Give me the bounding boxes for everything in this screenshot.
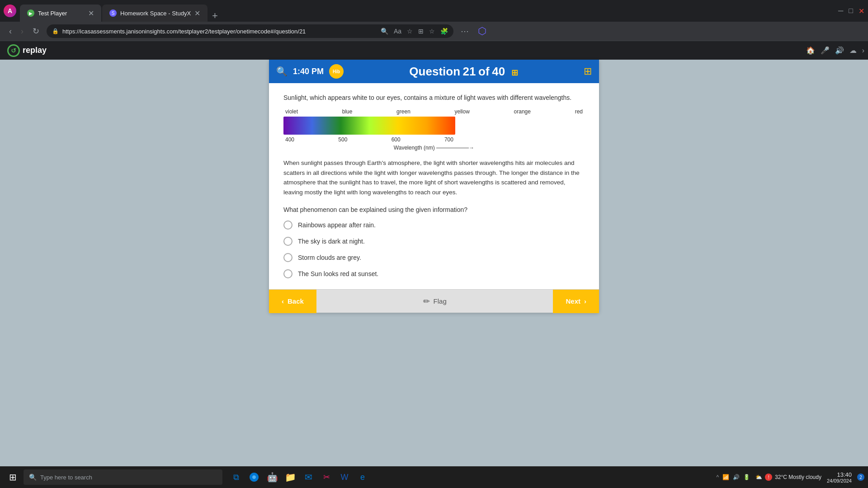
back-chevron-icon: ‹ [282,297,284,305]
option-b-text: The sky is dark at night. [298,238,365,245]
favorites-bar-icon[interactable]: ☆ [429,28,435,35]
browser-profile: A [4,5,16,17]
taskbar-search-icon: 🔍 [29,474,37,481]
label-violet: violet [285,108,298,115]
label-blue: blue [342,108,353,115]
question-label: Question [409,65,460,78]
replay-label: replay [23,46,47,55]
close-button[interactable]: ✕ [859,7,864,15]
label-red: red [575,108,583,115]
radio-b[interactable] [283,237,292,246]
of-label: of [478,65,490,78]
volume-icon[interactable]: 🔊 [733,474,740,480]
replay-circle-icon: ↺ [7,44,20,57]
header-right-icon[interactable]: ⊞ [584,66,592,77]
grid-icon[interactable]: ⊞ [584,66,592,77]
label-orange: orange [514,108,531,115]
toolbar-right-icons: 🏠 🎤 🔊 ☁ › [806,46,864,55]
time-date-display[interactable]: 13:40 24/09/2024 [827,471,852,483]
tray-expand-icon[interactable]: ^ [716,474,719,480]
tab-close-2[interactable]: ✕ [194,9,200,18]
toolbar-row: ↺ replay 🏠 🎤 🔊 ☁ › [0,41,868,60]
question-panel: 🔍 1:40 PM Hib Question 21 of 40 ⊞ ⊞ Sunl… [269,60,599,313]
radio-d[interactable] [283,269,292,278]
nm-600: 600 [392,136,401,143]
next-label: Next [566,297,580,305]
edge-profile-icon[interactable]: ⬡ [476,23,488,39]
maximize-button[interactable]: □ [849,7,853,15]
back-button[interactable]: ‹ Back [269,290,316,313]
flag-area[interactable]: ✏ Flag [316,296,553,306]
wavelength-text: Wavelength (nm) ——————→ [394,145,474,151]
forward-nav-button[interactable]: › [19,25,25,38]
nm-500: 500 [338,136,347,143]
tab-title-1: Test Player [38,10,67,17]
reader-icon[interactable]: Aa [394,28,401,35]
browser-tabs: ▶ Test Player ✕ S Homework Space - Study… [20,0,835,22]
new-tab-button[interactable]: + [208,10,222,22]
grid-header-icon[interactable]: ⊞ [511,68,518,77]
weather-icon: ⛅ [755,474,762,480]
tab-test-player[interactable]: ▶ Test Player ✕ [20,5,101,22]
mic-toolbar-icon[interactable]: 🎤 [821,46,830,55]
minimize-button[interactable]: ─ [838,7,843,15]
next-button[interactable]: Next › [553,290,599,313]
question-body: Sunlight, which appears white to our eye… [269,83,599,289]
option-c[interactable]: Storm clouds are grey. [283,253,585,262]
extension-icon[interactable]: 🧩 [440,28,448,35]
file-explorer-icon[interactable]: 📁 [282,469,298,485]
back-nav-button[interactable]: ‹ [7,25,14,38]
clock-time: 13:40 [827,471,852,478]
radio-c[interactable] [283,253,292,262]
option-a-text: Rainbows appear after rain. [298,221,376,229]
pause-button[interactable]: Hib [329,64,344,79]
more-toolbar-icon[interactable]: › [862,47,864,55]
nm-700: 700 [444,136,453,143]
taskbar-search-bar[interactable]: 🔍 Type here to search [24,469,222,485]
msedge-icon[interactable]: e [354,469,371,485]
option-c-text: Storm clouds are grey. [298,254,361,261]
wifi-icon: 📶 [722,474,729,480]
edge-icon[interactable] [246,469,262,485]
speaker-toolbar-icon[interactable]: 🔊 [835,46,844,55]
address-bar-actions: 🔍 Aa ☆ ⊞ ☆ 🧩 [381,28,448,35]
question-prompt: What phenomenon can be explained using t… [283,206,585,213]
favorite-icon[interactable]: ☆ [407,28,413,35]
label-yellow: yellow [455,108,470,115]
collection-icon[interactable]: ⊞ [418,28,424,35]
taskview-icon[interactable]: ⧉ [228,469,244,485]
cloud-toolbar-icon[interactable]: ☁ [849,46,857,55]
snip-icon[interactable]: ✂ [318,469,335,485]
address-bar[interactable]: 🔒 https://icasassessments.janisoninsight… [47,24,453,38]
notification-badge: ! [765,474,772,481]
radio-a[interactable] [283,221,292,230]
bottom-navigation: ‹ Back ✏ Flag Next › [269,289,599,313]
nm-400: 400 [285,136,294,143]
tab-close-1[interactable]: ✕ [88,9,94,18]
tab-favicon-1: ▶ [27,9,34,17]
settings-button[interactable]: ⋯ [459,24,471,38]
mail-icon[interactable]: ✉ [300,469,316,485]
copilot-icon[interactable]: 🤖 [264,469,280,485]
start-button[interactable]: ⊞ [4,468,22,486]
system-tray: ^ 📶 🔊 🔋 [716,474,750,480]
question-number: 21 [463,65,476,78]
spectrum-bar [283,117,455,135]
home-toolbar-icon[interactable]: 🏠 [806,46,815,55]
notification-area: ! [765,474,772,481]
search-addr-icon[interactable]: 🔍 [381,28,388,35]
option-d[interactable]: The Sun looks red at sunset. [283,269,585,278]
reload-button[interactable]: ↻ [31,24,41,38]
browser-window-controls: ─ □ ✕ [838,7,864,15]
magnify-icon[interactable]: 🔍 [276,66,288,77]
tab-studyx[interactable]: S Homework Space - StudyX ✕ [102,5,208,22]
word-icon[interactable]: W [336,469,353,485]
option-b[interactable]: The sky is dark at night. [283,237,585,246]
intro-text: Sunlight, which appears white to our eye… [283,94,585,101]
spectrum-diagram: violet blue green yellow orange red 400 … [283,108,585,151]
notification-center-badge[interactable]: 2 [857,474,864,481]
main-content: 🔍 1:40 PM Hib Question 21 of 40 ⊞ ⊞ Sunl… [0,60,868,313]
option-a[interactable]: Rainbows appear after rain. [283,221,585,230]
question-header: 🔍 1:40 PM Hib Question 21 of 40 ⊞ ⊞ [269,60,599,83]
clock-date: 24/09/2024 [827,478,852,483]
